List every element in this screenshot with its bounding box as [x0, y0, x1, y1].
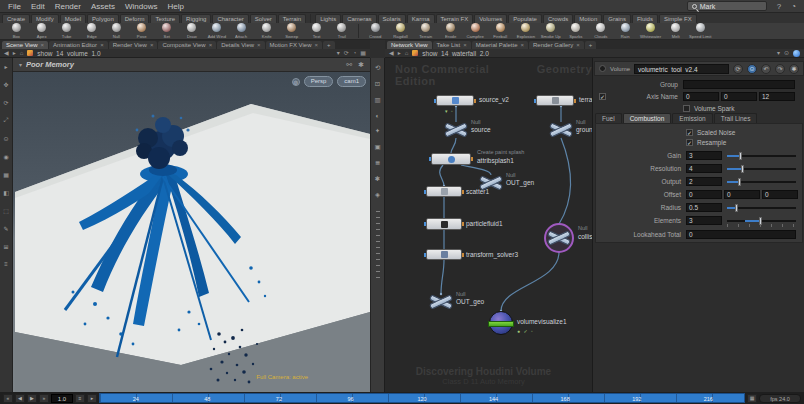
- display-option-icon[interactable]: ✦: [375, 127, 380, 135]
- shelf-tool[interactable]: Clouds: [588, 23, 613, 39]
- shelf-tool[interactable]: Rain: [613, 23, 638, 39]
- shelf-tab[interactable]: Terrain: [278, 14, 306, 23]
- node-null-source[interactable]: [444, 122, 468, 138]
- toolbar-icon[interactable]: ▦: [3, 171, 9, 178]
- shelf-tool[interactable]: Edge: [79, 23, 104, 39]
- elements-slider[interactable]: [727, 220, 796, 222]
- link-icon[interactable]: ⚯: [346, 61, 352, 69]
- output-field[interactable]: 2: [686, 177, 722, 186]
- search-input[interactable]: Mark: [687, 1, 767, 11]
- shelf-tool[interactable]: Apex: [29, 23, 54, 39]
- shelf-tab[interactable]: Karma: [407, 14, 435, 23]
- home-icon[interactable]: ⌂: [405, 49, 409, 57]
- redo-icon[interactable]: ↷: [775, 64, 785, 74]
- shelf-tab[interactable]: Populate: [508, 14, 542, 23]
- shelf-tool[interactable]: Melt: [663, 23, 688, 39]
- gear-icon[interactable]: ✱: [789, 64, 799, 74]
- node-null-outgeo[interactable]: [429, 294, 453, 310]
- menu-item[interactable]: File: [8, 2, 21, 11]
- refresh-icon[interactable]: ⟳: [344, 49, 349, 57]
- pane-tab-active[interactable]: Network View: [387, 41, 432, 49]
- shelf-tool[interactable]: Draw: [179, 23, 204, 39]
- toolbar-icon[interactable]: ⟳: [3, 99, 8, 106]
- pane-tab[interactable]: Details View ×: [217, 41, 264, 49]
- menu-item[interactable]: Edit: [31, 2, 45, 11]
- pane-tab[interactable]: Animation Editor ×: [49, 41, 108, 49]
- chevron-down-icon[interactable]: ▾: [19, 61, 22, 68]
- close-icon[interactable]: ×: [150, 42, 154, 49]
- tab-fuel[interactable]: Fuel: [595, 113, 622, 123]
- close-icon[interactable]: ×: [100, 42, 104, 49]
- pane-tab[interactable]: Render View ×: [109, 41, 158, 49]
- node-scatter[interactable]: [426, 186, 462, 197]
- close-icon[interactable]: ×: [463, 42, 467, 49]
- node-null-ground[interactable]: [549, 122, 573, 138]
- camera-pill[interactable]: cam1: [337, 76, 366, 87]
- forward-icon[interactable]: ▸: [13, 49, 16, 57]
- shelf-tool[interactable]: Speed Limit: [688, 23, 713, 39]
- transport-button[interactable]: ◀: [15, 394, 25, 403]
- shelf-tool[interactable]: Attach: [229, 23, 254, 39]
- pane-tab[interactable]: Motion FX View ×: [266, 41, 322, 49]
- node-file-b[interactable]: [536, 95, 574, 106]
- close-icon[interactable]: ×: [209, 42, 213, 49]
- shelf-tool[interactable]: Terrain: [413, 23, 438, 39]
- node-wrangle[interactable]: [431, 153, 471, 165]
- fps-indicator[interactable]: fps 24.0: [759, 394, 801, 403]
- shelf-tool[interactable]: Trail: [329, 23, 354, 39]
- shelf-tool[interactable]: Campfire: [463, 23, 488, 39]
- pane-tab[interactable]: Render Gallery ×: [529, 41, 584, 49]
- back-icon[interactable]: ◀: [4, 49, 9, 57]
- shelf-tab[interactable]: Terrain FX: [436, 14, 474, 23]
- shelf-tool[interactable]: Null: [104, 23, 129, 39]
- display-option-icon[interactable]: ✱: [375, 175, 380, 183]
- pane-tab[interactable]: Material Palette ×: [472, 41, 528, 49]
- current-frame-field[interactable]: 1.0: [51, 394, 73, 403]
- help-icon[interactable]: ?: [777, 2, 781, 11]
- shelf-tool[interactable]: Sparks: [563, 23, 588, 39]
- close-icon[interactable]: ×: [257, 42, 261, 49]
- elements-field[interactable]: 3: [686, 216, 722, 225]
- shelf-tab[interactable]: Texture: [150, 14, 180, 23]
- home-icon[interactable]: ⌂: [20, 49, 24, 57]
- camera-lock-icon[interactable]: ◎: [292, 78, 300, 86]
- shelf-tool[interactable]: Sweep: [279, 23, 304, 39]
- toolbar-icon[interactable]: ▸: [4, 63, 7, 70]
- node-solver[interactable]: [426, 249, 462, 260]
- offset-x-field[interactable]: 0: [686, 190, 722, 199]
- node-null-collision-selected[interactable]: [544, 223, 574, 253]
- network-path[interactable]: show_14_volume_1.0: [37, 50, 100, 57]
- undo-icon[interactable]: ↶: [761, 64, 771, 74]
- shelf-tab[interactable]: Lights: [315, 14, 341, 23]
- close-icon[interactable]: ×: [520, 42, 524, 49]
- shelf-tool[interactable]: Erode: [438, 23, 463, 39]
- menu-item[interactable]: Render: [55, 2, 81, 11]
- shelf-tool[interactable]: Box: [4, 23, 29, 39]
- toolbar-icon[interactable]: ⤢: [4, 117, 9, 124]
- network-editor-pane[interactable]: Non Commercial Edition Geometry: [385, 58, 592, 392]
- tab-trail-lines[interactable]: Trail Lines: [714, 113, 758, 123]
- display-option-icon[interactable]: ◐: [376, 112, 380, 119]
- add-tab-button[interactable]: +: [585, 41, 597, 49]
- transport-button[interactable]: »: [39, 394, 49, 403]
- tab-emission[interactable]: Emission: [672, 113, 712, 123]
- refresh-icon[interactable]: ⟳: [733, 64, 743, 74]
- shelf-tab[interactable]: Rigging: [181, 14, 211, 23]
- transport-button[interactable]: «: [3, 394, 13, 403]
- shelf-tool[interactable]: Whitewater: [638, 23, 663, 39]
- pin-icon[interactable]: ⊙: [784, 49, 789, 57]
- transport-button[interactable]: ▶: [27, 394, 37, 403]
- menu-item[interactable]: Help: [167, 2, 183, 11]
- node-volumevisualize[interactable]: [489, 311, 513, 335]
- shelf-tab[interactable]: Solver: [250, 14, 277, 23]
- radius-field[interactable]: 0.5: [686, 203, 722, 212]
- shelf-tab[interactable]: Model: [60, 14, 86, 23]
- display-option-icon[interactable]: ⊡: [375, 80, 380, 88]
- shelf-tab[interactable]: Modify: [31, 14, 59, 23]
- viewport-canvas[interactable]: ◎ Persp cam1 Full Camera: active: [13, 72, 370, 392]
- playbar-button[interactable]: ≡: [75, 394, 85, 403]
- shelf-tool[interactable]: Fireball: [488, 23, 513, 39]
- shelf-tool[interactable]: Ragdoll: [388, 23, 413, 39]
- back-icon[interactable]: ◀: [389, 49, 394, 57]
- network-path[interactable]: show_14_waterfall_2.0: [422, 50, 489, 57]
